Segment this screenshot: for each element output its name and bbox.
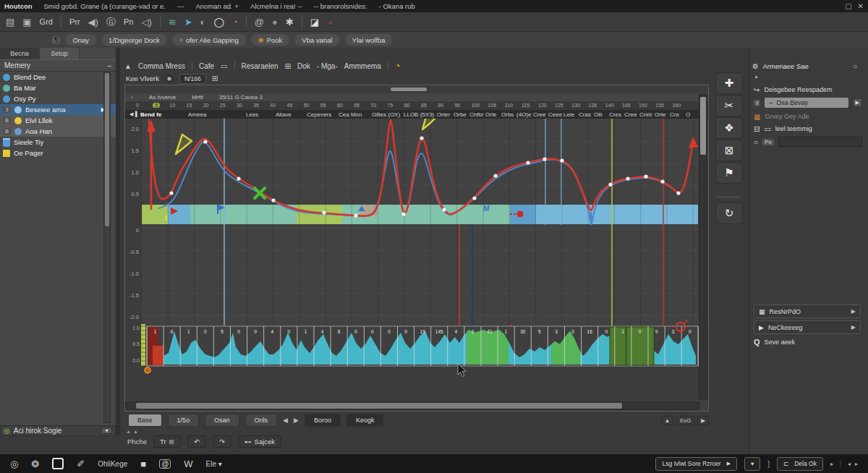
channel-label-15[interactable]: Ceee: [548, 111, 562, 118]
playback-button[interactable]: ▶ NeCkeeeeg ▶: [754, 320, 861, 334]
timeline-nav-1[interactable]: EoG: [676, 416, 694, 425]
open-doc-icon[interactable]: ▣: [22, 17, 31, 27]
editor-menu-5[interactable]: Dok: [297, 62, 310, 70]
keyframe-dot[interactable]: [626, 176, 629, 180]
ruler-tick-85[interactable]: 85: [421, 103, 427, 108]
timeline-button-keogk[interactable]: Keogk: [346, 414, 384, 427]
editor-menu-7[interactable]: Ammmema: [344, 62, 381, 70]
ruler-tick-65[interactable]: 65: [354, 103, 359, 108]
chevron-down-icon[interactable]: ▼: [101, 427, 112, 434]
channel-label-8[interactable]: Orter: [437, 111, 450, 118]
ruler-tick-25[interactable]: 25: [220, 103, 226, 108]
nav-button-0[interactable]: ▸: [830, 461, 833, 467]
channel-label-21[interactable]: Creb: [639, 111, 652, 118]
band-red-dot-marker[interactable]: [517, 211, 524, 218]
ruler-tick-125[interactable]: 125: [555, 103, 563, 108]
frame-counter-field[interactable]: N/166: [179, 74, 206, 84]
maximize-button[interactable]: ▢: [845, 2, 851, 10]
snowflake-icon[interactable]: ✱: [286, 17, 294, 27]
waves-icon[interactable]: ≋: [169, 17, 176, 27]
tab-pook[interactable]: ◉Pook: [251, 34, 290, 46]
keyframe-dot[interactable]: [542, 157, 546, 161]
keyframe-dot[interactable]: [442, 208, 446, 211]
value-input[interactable]: [778, 137, 862, 147]
ruler-tick-0[interactable]: 0: [136, 103, 139, 108]
ele-dropdown[interactable]: Ele ▾: [206, 460, 222, 468]
close-button[interactable]: ✕: [858, 2, 864, 10]
channel-label-23[interactable]: Cre: [670, 111, 679, 118]
ruler-tick-15[interactable]: 15: [187, 103, 192, 108]
red-blob-icon[interactable]: ◕: [327, 17, 333, 27]
nav-button-3[interactable]: ▸: [855, 461, 858, 467]
pin-icon[interactable]: ✐: [77, 459, 85, 469]
ruler-tick-160[interactable]: 160: [672, 103, 681, 108]
badge-icon[interactable]: ◉: [165, 74, 174, 83]
channel-label-17[interactable]: Cras: [579, 111, 591, 118]
keyframe-dot[interactable]: [203, 140, 207, 143]
ruler-tick-5[interactable]: 5: [153, 103, 160, 108]
editor-menu-4[interactable]: Resaraelen: [242, 62, 278, 70]
timeline-button-onls[interactable]: Onls: [245, 414, 278, 427]
dropdown-expand-button[interactable]: ▶: [853, 98, 862, 107]
ruler-tick-150[interactable]: 150: [639, 103, 647, 108]
ruler-tick-90[interactable]: 90: [438, 103, 443, 108]
channel-label-3[interactable]: Allave: [276, 111, 292, 118]
keyframes-button[interactable]: ▦ ResNrPdO ▶: [754, 304, 861, 318]
pilcrow-icon[interactable]: ¶: [52, 36, 60, 44]
ruler-tick-20[interactable]: 20: [203, 103, 209, 108]
ruler-tick-40[interactable]: 40: [270, 103, 276, 108]
sidebar-tab-1[interactable]: Setup: [40, 48, 80, 59]
value-band-segment[interactable]: [190, 205, 297, 224]
keyframe-dot[interactable]: [644, 174, 647, 178]
keyframe-dot[interactable]: [526, 161, 529, 164]
globe-icon[interactable]: ◐: [200, 17, 206, 27]
sidebar-footer-dropdown[interactable]: ◎ Aci hirok Sogie ▼: [0, 425, 116, 436]
channel-label-9[interactable]: Orbe: [454, 111, 467, 118]
channel-label-1[interactable]: Ameea: [188, 111, 206, 118]
ruler-tick-140[interactable]: 140: [605, 103, 614, 108]
layer-item-7[interactable]: Oe Pager: [0, 148, 116, 158]
channel-label-22[interactable]: Orte: [655, 111, 666, 118]
keyframe-dot[interactable]: [271, 198, 275, 202]
channel-label-2[interactable]: Lees: [246, 111, 258, 118]
timeline-nav-0[interactable]: ▲: [661, 416, 673, 425]
channel-label-6[interactable]: GBes (OX): [372, 111, 400, 118]
contrast-icon[interactable]: ◪: [310, 17, 319, 27]
search-row[interactable]: Q Seve aeek: [754, 336, 862, 348]
scissors-button[interactable]: ✂: [715, 95, 743, 116]
swirl-icon[interactable]: ◔: [232, 17, 238, 27]
ruler-tick-145[interactable]: 145: [622, 103, 631, 108]
flag-button[interactable]: ⚑: [715, 162, 743, 184]
ruler-tick-30[interactable]: 30: [237, 103, 242, 108]
keyframe-dot[interactable]: [676, 191, 680, 195]
channel-label-14[interactable]: Cree: [533, 111, 545, 118]
keyframe-dot[interactable]: [237, 176, 240, 180]
menu-item-3[interactable]: Alcmelna i rea! --: [250, 2, 302, 10]
layer-sort-dropdown[interactable]: Lsg Ivlwt Sore Rzroer ▶: [655, 457, 737, 471]
stop-icon[interactable]: ■: [140, 459, 146, 469]
channel-label-5[interactable]: Cea Mon: [339, 111, 362, 118]
ruler-tick-10[interactable]: 10: [169, 103, 175, 108]
loop-button[interactable]: ↻: [715, 203, 743, 224]
ruler-tick-110[interactable]: 110: [505, 103, 513, 108]
ruler-tick-75[interactable]: 75: [388, 103, 393, 108]
layer-item-4[interactable]: BElvl Lllek: [0, 115, 116, 126]
record-g-icon[interactable]: Ⓖ: [106, 17, 116, 27]
drag-handle-icon[interactable]: ‖: [754, 100, 760, 106]
ruler-tick-55[interactable]: 55: [320, 103, 326, 108]
ruler-tick-50[interactable]: 50: [304, 103, 310, 108]
vertical-scrollbar[interactable]: [699, 94, 707, 399]
at-icon[interactable]: @: [255, 17, 264, 27]
layer-item-2[interactable]: Osy Py: [0, 93, 116, 104]
channel-label-19[interactable]: Cres: [609, 111, 621, 118]
new-doc-icon[interactable]: ▤: [6, 17, 14, 27]
layer-item-5[interactable]: BAoa Han: [0, 126, 116, 137]
frame-ruler[interactable]: 0510152025303540455055606570758085909510…: [125, 102, 708, 110]
add-keyframe-button[interactable]: ✚: [715, 72, 743, 94]
ruler-tick-100[interactable]: 100: [471, 103, 480, 108]
channel-label-7[interactable]: LLOB (5X3): [404, 111, 434, 118]
sidebar-tab-0[interactable]: Becna: [0, 48, 40, 59]
ruler-tick-105[interactable]: 105: [488, 103, 497, 108]
channel-label-11[interactable]: Orte: [485, 111, 497, 118]
status-circle-icon[interactable]: ○: [853, 62, 857, 70]
